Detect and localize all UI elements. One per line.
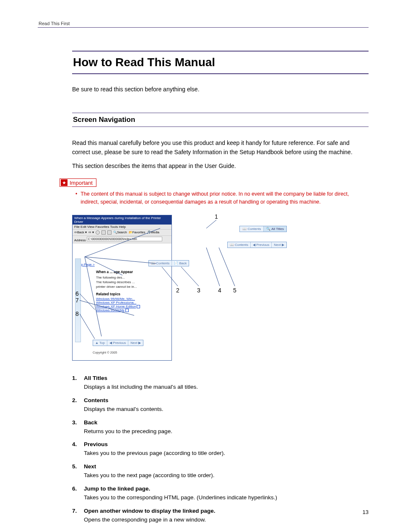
- important-tag: ★ Important: [60, 178, 96, 187]
- navigation-diagram: When a Message Appears during Installati…: [72, 215, 240, 366]
- related-link: Windows XP Home Edition: [96, 305, 163, 308]
- important-text: The content of this manual is subject to…: [81, 190, 369, 207]
- legend-number: 1.: [72, 375, 77, 381]
- intro-text: Be sure to read this section before anyt…: [72, 86, 369, 93]
- contents-button: 📖 Contents: [228, 242, 251, 248]
- legend-desc: Takes you to the corresponding HTML page…: [84, 494, 277, 501]
- bullet-icon: •: [75, 190, 77, 198]
- content-line: The following describes ...: [96, 280, 163, 284]
- svg-line-0: [206, 220, 216, 228]
- legend-desc: Takes you to the previous page (accordin…: [84, 450, 225, 456]
- bottom-nav: ▲ Top ◀ Previous Next ▶: [93, 340, 143, 346]
- stop-icon: [96, 230, 100, 235]
- callout-3: 3: [197, 287, 200, 294]
- svg-line-8: [219, 248, 235, 286]
- important-label: Important: [70, 180, 93, 186]
- callout-2: 2: [176, 287, 179, 294]
- contents-button: 📖 Contents: [149, 261, 172, 266]
- callout-8: 8: [75, 310, 79, 317]
- refresh-icon: [101, 230, 106, 235]
- svg-line-7: [206, 248, 220, 286]
- legend-item: 3. Back Returns you to the preceding pag…: [72, 419, 369, 436]
- nav-pill-mid: 📖 Contents ◀ Previous Next ▶: [227, 242, 287, 248]
- window-titlebar: When a Message Appears during Installati…: [73, 215, 171, 225]
- legend-desc: Takes you to the next page (according to…: [84, 472, 214, 478]
- page-number: 13: [363, 509, 369, 515]
- contents-button: 📖 Contents: [240, 226, 264, 232]
- page-title: How to Read This Manual: [72, 51, 369, 74]
- browser-window: When a Message Appears during Installati…: [72, 215, 172, 361]
- home-icon: [107, 230, 112, 235]
- legend-term: Jump to the linked page.: [84, 486, 369, 492]
- content-line: printer driver cannot be in...: [96, 285, 163, 289]
- legend-term: Open another window to display the linke…: [84, 508, 369, 514]
- related-link: Windows 95/98/Me, Win...: [96, 297, 163, 301]
- legend-item: 5. Next Takes you to the next page (acco…: [72, 463, 369, 480]
- menubar: File Edit View Favorites Tools Help: [73, 225, 171, 230]
- top-button: ▲ Top: [93, 340, 107, 346]
- callout-6: 6: [75, 290, 79, 297]
- legend-term: Next: [84, 463, 369, 470]
- body-paragraph: This section describes the items that ap…: [72, 162, 369, 171]
- legend-list: 1. All Titles Displays a list including …: [72, 375, 369, 524]
- callout-1: 1: [215, 213, 218, 220]
- legend-number: 7.: [72, 508, 77, 514]
- legend-item: 7. Open another window to display the li…: [72, 508, 369, 524]
- content-line: The following des...: [96, 276, 163, 279]
- legend-desc: Displays the manual's contents.: [84, 406, 163, 412]
- next-button: Next ▶: [128, 340, 143, 346]
- legend-number: 4.: [72, 441, 77, 447]
- back-label: ⇦Back ▾: [74, 230, 87, 234]
- nav-pill-top: 📖 Contents 🔍 All Titles: [239, 226, 287, 232]
- legend-item: 6. Jump to the linked page. Takes you to…: [72, 486, 369, 502]
- toolbar: ⇦Back ▾ ⇨ ▾ 🔍Search 📂Favorites 🎵Media: [73, 230, 171, 236]
- legend-number: 3.: [72, 419, 77, 426]
- running-head: Read This First: [39, 21, 369, 26]
- section-heading: Screen Navigation: [72, 113, 369, 127]
- callout-4: 4: [218, 287, 221, 294]
- important-note: • The content of this manual is subject …: [75, 190, 369, 207]
- star-icon: ★: [61, 179, 68, 186]
- callout-7: 7: [75, 297, 79, 304]
- legend-desc: Opens the corresponding page in a new wi…: [84, 517, 206, 523]
- previous-button: ◀ Previous: [107, 340, 128, 346]
- previous-button: ◀ Previous: [251, 242, 272, 248]
- legend-number: 2.: [72, 397, 77, 403]
- nav-pill-contents-back: 📖 Contents 📄 Back: [148, 260, 189, 266]
- legend-desc: Displays a list including the manual's a…: [84, 384, 198, 390]
- svg-line-6: [181, 267, 199, 286]
- alltitles-button: 🔍 All Titles: [264, 226, 286, 232]
- legend-number: 6.: [72, 486, 77, 492]
- related-link: Windows 95/98/Me: [96, 308, 163, 312]
- legend-number: 5.: [72, 463, 77, 470]
- legend-term: All Titles: [84, 375, 369, 381]
- newwindow-icon: [137, 305, 140, 308]
- copyright-text: Copyright © 2005: [93, 351, 117, 354]
- newwindow-icon: [125, 309, 129, 312]
- favorites-button: 📂Favorites: [129, 230, 145, 234]
- legend-item: 2. Contents Displays the manual's conten…: [72, 397, 369, 413]
- top-rule: [38, 27, 369, 28]
- address-field: C:\0000000000\0000000\index.htm: [87, 237, 162, 241]
- related-heading: Related topics: [96, 292, 163, 296]
- forward-icon: ⇨ ▾: [88, 230, 94, 234]
- legend-term: Previous: [84, 441, 369, 447]
- legend-term: Contents: [84, 397, 369, 403]
- address-label: Address: [74, 238, 86, 242]
- media-button: 🎵Media: [147, 230, 159, 234]
- legend-item: 1. All Titles Displays a list including …: [72, 375, 369, 391]
- address-bar: Address C:\0000000000\0000000\index.htm: [73, 236, 171, 243]
- back-button: 📄 Back: [172, 261, 189, 266]
- search-button: 🔍Search: [113, 230, 127, 234]
- callout-5: 5: [233, 287, 236, 294]
- next-button: Next ▶: [272, 242, 286, 248]
- related-link: Windows XP Professiona...: [96, 301, 163, 305]
- legend-desc: Returns you to the preceding page.: [84, 428, 172, 434]
- body-paragraph: Read this manual carefully before you us…: [72, 139, 369, 157]
- legend-term: Back: [84, 419, 369, 426]
- legend-item: 4. Previous Takes you to the previous pa…: [72, 441, 369, 457]
- content-heading: When a ... age Appear: [96, 270, 163, 274]
